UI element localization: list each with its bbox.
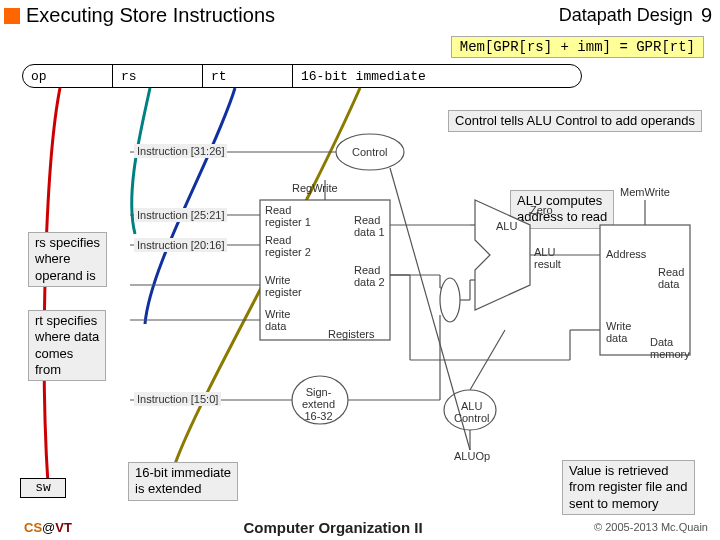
annotation-rt-specifies: rt specifies where data comes from xyxy=(28,310,106,381)
footer-copyright: © 2005-2013 Mc.Quain xyxy=(594,521,708,533)
label-write-register: Write register xyxy=(265,274,302,298)
page-number: 9 xyxy=(701,4,712,27)
footer-cs: CS xyxy=(24,520,42,535)
label-data-memory: Data memory xyxy=(650,336,690,360)
page-title: Executing Store Instructions xyxy=(26,4,275,27)
footer-vt: VT xyxy=(55,520,72,535)
label-instruction-20-16: Instruction [20:16] xyxy=(134,238,227,252)
label-address: Address xyxy=(606,248,646,260)
label-read-data-1: Read data 1 xyxy=(354,214,385,238)
section-label: Datapath Design xyxy=(559,5,693,26)
label-aluop: ALUOp xyxy=(454,450,490,462)
label-alu: ALU xyxy=(496,220,517,232)
label-instruction-15-0: Instruction [15:0] xyxy=(134,392,221,406)
slide-accent-marker xyxy=(4,8,20,24)
memory-equation: Mem[GPR[rs] + imm] = GPR[rt] xyxy=(451,36,704,58)
label-instruction-25-21: Instruction [25:21] xyxy=(134,208,227,222)
footer-left: CS@VT xyxy=(24,520,72,535)
label-read-data-mem: Read data xyxy=(658,266,684,290)
label-alu-control: ALU Control xyxy=(454,400,489,424)
field-rs: rs xyxy=(113,65,203,87)
datapath-diagram: Instruction [31:26] Instruction [25:21] … xyxy=(110,130,700,470)
sw-mnemonic-box: sw xyxy=(20,478,66,498)
footer-center: Computer Organization II xyxy=(72,519,594,536)
label-registers: Registers xyxy=(328,328,374,340)
label-read-data-2: Read data 2 xyxy=(354,264,385,288)
label-read-register-2: Read register 2 xyxy=(265,234,311,258)
annotation-control-tells: Control tells ALU Control to add operand… xyxy=(448,110,702,132)
label-regwrite: RegWrite xyxy=(292,182,338,194)
footer-at: @ xyxy=(42,520,55,535)
label-memwrite: MemWrite xyxy=(620,186,670,198)
label-sign-extend: Sign- extend 16-32 xyxy=(302,386,335,422)
footer: CS@VT Computer Organization II © 2005-20… xyxy=(0,516,720,540)
instruction-format: op rs rt 16-bit immediate xyxy=(22,64,582,88)
label-zero: Zero xyxy=(530,204,553,216)
label-instruction-31-26: Instruction [31:26] xyxy=(134,144,227,158)
label-alu-result: ALU result xyxy=(534,246,561,270)
label-read-register-1: Read register 1 xyxy=(265,204,311,228)
label-control: Control xyxy=(352,146,387,158)
label-write-data: Write data xyxy=(265,308,290,332)
field-op: op xyxy=(23,65,113,87)
svg-point-9 xyxy=(440,278,460,322)
field-rt: rt xyxy=(203,65,293,87)
label-write-data-mem: Write data xyxy=(606,320,631,344)
field-immediate: 16-bit immediate xyxy=(293,65,581,87)
annotation-rs-specifies: rs specifies where operand is xyxy=(28,232,107,287)
